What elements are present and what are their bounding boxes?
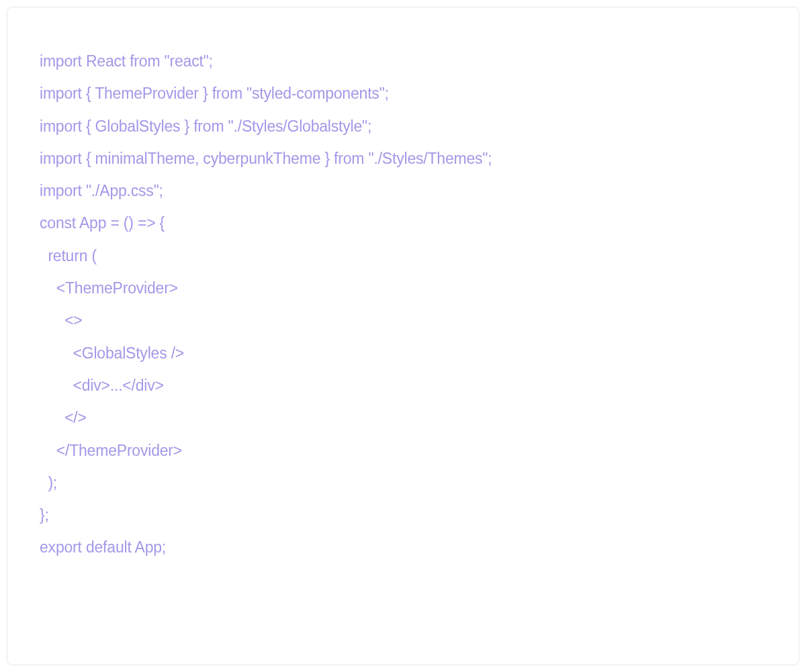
code-line: const App = () => { <box>40 207 766 239</box>
code-line: }; <box>40 499 766 531</box>
code-line: import "./App.css"; <box>40 175 766 207</box>
code-line: export default App; <box>40 531 766 563</box>
code-line: <GlobalStyles /> <box>40 337 766 369</box>
code-line: return ( <box>40 240 766 272</box>
code-line: <div>...</div> <box>40 369 766 401</box>
code-line: </> <box>40 401 766 434</box>
code-line: <> <box>40 304 766 336</box>
code-block: import React from "react"; import { Them… <box>7 7 799 665</box>
code-line: </ThemeProvider> <box>40 434 766 467</box>
code-line: ); <box>40 467 766 499</box>
code-line: import React from "react"; <box>40 45 766 77</box>
code-line: import { GlobalStyles } from "./Styles/G… <box>40 110 766 142</box>
code-line: <ThemeProvider> <box>40 272 766 304</box>
code-line: import { minimalTheme, cyberpunkTheme } … <box>40 142 766 175</box>
code-line: import { ThemeProvider } from "styled-co… <box>40 77 766 109</box>
